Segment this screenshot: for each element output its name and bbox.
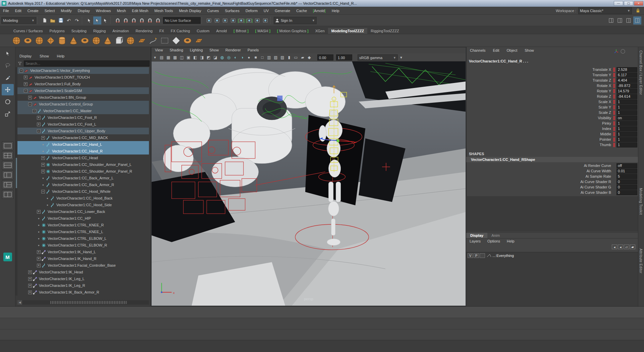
expand-icon[interactable]: + bbox=[37, 116, 41, 120]
lasso-tool-icon[interactable] bbox=[2, 60, 14, 71]
poly-sphere-icon[interactable] bbox=[125, 36, 136, 46]
channel-row[interactable]: Visibilityon bbox=[466, 116, 638, 121]
channel-row[interactable]: Scale Z1 bbox=[466, 110, 638, 116]
menu-file[interactable]: File bbox=[0, 7, 12, 14]
snap-curve-icon[interactable] bbox=[122, 16, 130, 25]
layer-menu-options[interactable]: Options bbox=[484, 238, 503, 244]
viewport-toolbar-icon[interactable]: ▰ bbox=[299, 54, 306, 61]
channel-row[interactable]: Pinky1 bbox=[466, 121, 638, 126]
outliner-row[interactable]: +VectorCharacter1:CC_MID_BACK bbox=[17, 134, 149, 141]
maximize-button[interactable]: ▢ bbox=[624, 1, 633, 6]
channel-row[interactable]: Ai Render Curveoff bbox=[466, 163, 638, 169]
outliner-row[interactable]: −VectorCharacter1:Vector_Everything bbox=[17, 67, 149, 74]
shelf-tab-curves-surfaces[interactable]: Curves / Surfaces bbox=[10, 28, 46, 34]
channel-row[interactable]: Ai Curve Shader R0 bbox=[466, 179, 638, 185]
channel-box-menu-show[interactable]: Show bbox=[521, 48, 538, 53]
viewport-toolbar-icon[interactable]: ▨ bbox=[279, 54, 286, 61]
title-bar[interactable]: M Autodesk Maya 2017 - Educational Versi… bbox=[0, 0, 644, 7]
layer-tab-display[interactable]: Display bbox=[466, 233, 487, 238]
channel-value-field[interactable]: 0 bbox=[616, 179, 637, 184]
channel-value-field[interactable]: -89.872 bbox=[616, 83, 637, 88]
channel-row[interactable]: Index1 bbox=[466, 126, 638, 132]
channel-box-menu-edit[interactable]: Edit bbox=[489, 48, 503, 53]
dotted-rect-icon[interactable] bbox=[160, 36, 170, 46]
menu-set-dropdown[interactable]: Modeling▼ bbox=[1, 17, 36, 24]
channel-value-field[interactable]: 14.579 bbox=[616, 89, 637, 94]
viewport-toolbar-icon[interactable]: ▩ bbox=[172, 54, 178, 61]
outliner-row[interactable]: ●VectorCharacter1:CC_Hood_Back bbox=[17, 195, 149, 202]
outliner-row[interactable]: +VectorCharacter1:DONT_TOUCH bbox=[17, 74, 149, 81]
side-tab-channel-box-layer-editor[interactable]: Channel Box / Layer Editor bbox=[639, 50, 643, 95]
shelf-tab-rigging[interactable]: Rigging bbox=[90, 28, 109, 34]
poly-cube-icon[interactable] bbox=[114, 36, 124, 46]
shelf-tab-animation[interactable]: Animation bbox=[109, 28, 132, 34]
layer-row[interactable]: V P ...:Everything bbox=[466, 252, 638, 259]
outliner-row[interactable]: +VectorCharacter1:CC_Shoulder_Armor_Pane… bbox=[17, 168, 149, 175]
viewport-menu-panels[interactable]: Panels bbox=[244, 47, 262, 53]
poly-diamond-icon[interactable] bbox=[46, 36, 56, 46]
colorspace-dropdown[interactable]: sRGB gamma▼ bbox=[358, 54, 398, 60]
channel-row[interactable]: Scale X1 bbox=[466, 99, 638, 105]
outliner-row[interactable]: ●VectorCharacter1:CC_Back_Armor_R bbox=[17, 181, 149, 188]
menu-mesh[interactable]: Mesh bbox=[114, 7, 129, 14]
shelf-tab-mash[interactable]: [ MASH ] bbox=[252, 28, 274, 34]
viewport-toolbar-icon[interactable]: ▦ bbox=[165, 54, 172, 61]
channel-row[interactable]: Ai Curve Shader G0 bbox=[466, 185, 638, 190]
menu-mesh-display[interactable]: Mesh Display bbox=[176, 7, 204, 14]
outliner-row[interactable]: −VectorCharacter1:ScaleGSM bbox=[17, 87, 149, 94]
viewport-menu-view[interactable]: View bbox=[152, 47, 166, 53]
layer-menu-layers[interactable]: Layers bbox=[466, 238, 484, 244]
shelf-tab-polygons[interactable]: Polygons bbox=[46, 28, 68, 34]
menu-windows[interactable]: Windows bbox=[93, 7, 114, 14]
viewport-toolbar-icon[interactable]: ◍ bbox=[219, 54, 225, 61]
shelf-tab-motion-graphics[interactable]: [ Motion Graphics ] bbox=[274, 28, 312, 34]
menu-mesh-tools[interactable]: Mesh Tools bbox=[151, 7, 176, 14]
viewport-toolbar-icon[interactable]: ◨ bbox=[199, 54, 205, 61]
outliner-row[interactable]: −VectorCharacter1:Control_Group bbox=[17, 101, 149, 107]
channel-row[interactable]: Scale Y1 bbox=[466, 105, 638, 110]
channel-value-field[interactable]: 1 bbox=[616, 99, 637, 104]
viewport-menu-renderer[interactable]: Renderer bbox=[222, 47, 244, 53]
poly-sphere-icon[interactable] bbox=[34, 36, 44, 46]
render-settings-icon[interactable] bbox=[229, 16, 237, 25]
workspace-lock-icon[interactable] bbox=[634, 7, 642, 15]
viewport-toolbar-icon[interactable]: ◩ bbox=[205, 54, 212, 61]
expand-icon[interactable]: + bbox=[28, 270, 32, 274]
viewport-toolbar-icon[interactable]: ■ bbox=[252, 54, 259, 61]
paint-select-tool-icon[interactable] bbox=[2, 72, 14, 83]
layer-menu-help[interactable]: Help bbox=[503, 238, 518, 244]
viewport-toolbar-icon[interactable]: ▾ bbox=[152, 54, 158, 61]
undo-icon[interactable]: ↶ bbox=[65, 16, 73, 25]
channel-box-menu-channels[interactable]: Channels bbox=[466, 48, 489, 53]
outliner-row[interactable]: ●VectorCharacter1:CC_Back_Armor_L bbox=[17, 175, 149, 181]
speed-state-icon[interactable] bbox=[621, 49, 625, 54]
layout-split-left-icon[interactable] bbox=[2, 180, 13, 189]
menu-select[interactable]: Select bbox=[42, 7, 58, 14]
outliner-row[interactable]: ●VectorCharacter1:CC_HIP bbox=[17, 215, 149, 222]
channel-row[interactable]: Thumb1 bbox=[466, 142, 638, 148]
outliner-row[interactable]: ●VectorCharacter1:CTRL_ELBOW_L bbox=[17, 235, 149, 242]
select-tool-icon[interactable] bbox=[2, 48, 14, 59]
viewport-toolbar-icon[interactable]: ◪ bbox=[212, 54, 219, 61]
hud-toggle-icon[interactable]: [] bbox=[237, 16, 245, 25]
outliner-row[interactable]: +VectorCharacter1:IK_Leg_R bbox=[17, 282, 149, 289]
outliner-row[interactable]: +VectorCharacter1:CC_Foot_R bbox=[17, 114, 149, 121]
channel-row[interactable]: Rotate X-89.872 bbox=[466, 83, 638, 89]
channel-value-field[interactable]: 5 bbox=[616, 174, 637, 179]
menu-uv[interactable]: UV bbox=[261, 7, 272, 14]
make-live-icon[interactable] bbox=[154, 16, 162, 25]
snap-point-icon[interactable] bbox=[130, 16, 138, 25]
lattice-icon[interactable] bbox=[137, 36, 147, 46]
menu-modify[interactable]: Modify bbox=[58, 7, 74, 14]
shelf-tab-bifrost[interactable]: [ Bifrost ] bbox=[230, 28, 252, 34]
channel-value-field[interactable]: on bbox=[616, 116, 637, 121]
outliner-row[interactable]: ●VectorCharacter1:CTRL_KNEE_L bbox=[17, 228, 149, 235]
viewport-toolbar-icon[interactable]: ▭ bbox=[292, 54, 299, 61]
poly-sphere-icon[interactable] bbox=[11, 36, 21, 46]
sign-in-dropdown[interactable]: Sign In▼ bbox=[274, 17, 317, 24]
layer-tab-anim[interactable]: Anim bbox=[487, 233, 504, 238]
menu-create[interactable]: Create bbox=[24, 7, 42, 14]
menu-display[interactable]: Display bbox=[75, 7, 93, 14]
shelf-tab-sculpting[interactable]: Sculpting bbox=[68, 28, 90, 34]
layer-playback-toggle[interactable]: P bbox=[474, 253, 479, 258]
